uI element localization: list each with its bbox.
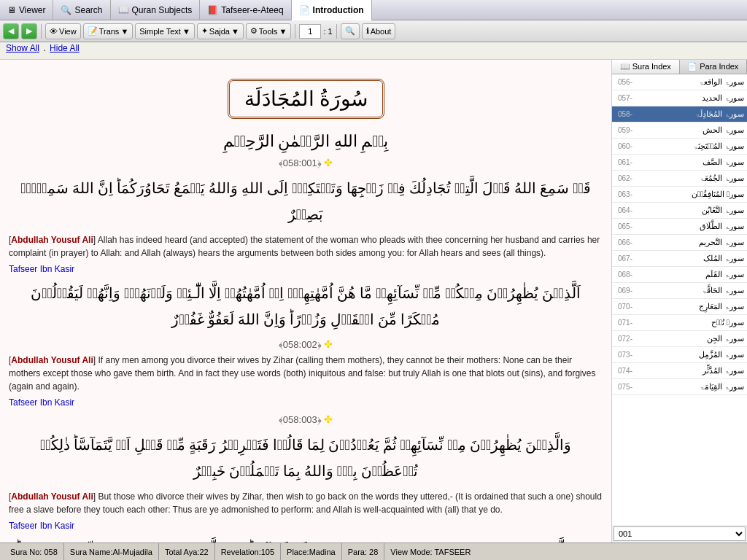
dot-sep: . <box>43 43 45 53</box>
verse-arabic-1: ✤ ﴿058:001﴾ قَدۡ سَمِعَ اللهُ قَوۡلَ الَ… <box>9 157 603 228</box>
status-para: Para: 28 <box>342 543 385 560</box>
verse-block-3: ✤ ﴿058:003﴾ وَالَّذِيۡنَ يُظٰهِرُوۡنَ مِ… <box>9 413 603 531</box>
view-icon: 👁 <box>50 27 58 36</box>
statusbar: Sura No: 058 Sura Name:Al-Mujadila Total… <box>0 542 747 560</box>
verse-arabic-2: اَلَّذِيۡنَ يُظٰهِرُوۡنَ مِنۡكُمۡ مِّنۡ … <box>9 280 603 351</box>
verse-block-2: اَلَّذِيۡنَ يُظٰهِرُوۡنَ مِنۡكُمۡ مِّنۡ … <box>9 280 603 408</box>
verse-arabic-4: فَمَنۡ لَّمۡ يَجِدۡ فَصِيَامُ شَهۡرَيۡنِ… <box>9 537 603 542</box>
star-icon-3: ✤ <box>324 413 333 425</box>
tab-search[interactable]: 🔍 Search <box>53 0 110 20</box>
right-tab-bar: 📖 Sura Index 📄 Para Index <box>612 60 747 74</box>
sura-list-item[interactable]: سورۃ الجُمُعَۃ062- <box>612 171 747 187</box>
about-button[interactable]: ℹ About <box>362 23 396 39</box>
bismillah: بِسۡمِ اللهِ الرَّحۡمٰنِ الرَّحِيۡمِ <box>9 132 603 151</box>
secondary-toolbar: Show All . Hide All <box>0 42 747 60</box>
sura-list-item[interactable]: سورۃ نُوۡح071- <box>612 315 747 331</box>
translation-1: [Abdullah Yousuf Ali] Allah has indeed h… <box>9 233 603 260</box>
translation-2: [Abdullah Yousuf Ali] If any men among y… <box>9 354 603 393</box>
status-sura-no: Sura No: 058 <box>4 543 64 560</box>
sura-list: سورۃ الواقعۃ056-سورۃ الحدید057-سورۃ المُ… <box>612 74 747 525</box>
tab-tafseer-e-ateeq[interactable]: 📕 Tafseer-e-Ateeq <box>200 0 291 20</box>
sura-list-item[interactable]: سورۃ المُجَادِلَۃ058- <box>612 106 747 122</box>
tafseer-link-1[interactable]: Tafseer Ibn Kasir <box>9 264 603 274</box>
sura-list-item[interactable]: سورۃ التَّغَابُن064- <box>612 203 747 219</box>
verse-block-4: فَمَنۡ لَّمۡ يَجِدۡ فَصِيَامُ شَهۡرَيۡنِ… <box>9 537 603 542</box>
para-index-tab[interactable]: 📄 Para Index <box>680 60 748 74</box>
sep1 <box>41 24 42 39</box>
search-button[interactable]: 🔍 <box>341 23 360 39</box>
main-toolbar: ◀ ▶ 👁 View 📝 Trans ▼ Simple Text ▼ ✦ Saj… <box>0 20 747 42</box>
book-icon: 📖 <box>620 62 630 71</box>
forward-button[interactable]: ▶ <box>21 23 37 39</box>
show-all-link[interactable]: Show All <box>6 43 39 53</box>
info-icon: ℹ <box>366 26 369 36</box>
status-total-aya: Total Aya:22 <box>159 543 215 560</box>
sura-index-tab[interactable]: 📖 Sura Index <box>612 60 680 74</box>
sura-list-item[interactable]: سورۃ المُمۡتَحِنَۃ060- <box>612 139 747 155</box>
sura-list-item[interactable]: سورۃ المَعَارِج070- <box>612 299 747 315</box>
quran-icon: 📖 <box>118 5 129 15</box>
tools-icon: ⚙ <box>250 26 258 36</box>
star-icon-2: ✤ <box>324 338 333 350</box>
simple-text-arrow: ▼ <box>182 27 190 36</box>
surah-title: سُورَةُ المُجَادَلَة <box>228 79 384 119</box>
star-icon-1: ✤ <box>324 157 333 168</box>
status-view-mode: View Mode: TAFSEER <box>384 543 476 560</box>
tab-introduction[interactable]: 📄 Introduction <box>292 0 372 20</box>
tab-viewer[interactable]: 🖥 Viewer <box>0 0 53 20</box>
sura-list-item[interactable]: سورۃ الحش059- <box>612 122 747 139</box>
viewer-icon: 🖥 <box>7 5 16 15</box>
sura-list-item[interactable]: سورۃ الواقعۃ056- <box>612 74 747 90</box>
search-tab-icon: 🔍 <box>61 5 71 15</box>
sura-list-item[interactable]: سورۃ التَّحریم066- <box>612 235 747 251</box>
back-button[interactable]: ◀ <box>3 23 19 39</box>
sura-list-item[interactable]: سورۃ الجِن072- <box>612 331 747 347</box>
sura-list-item[interactable]: سورۃ المُلک067- <box>612 251 747 267</box>
tafseer-icon: 📕 <box>207 5 218 15</box>
translation-3: [Abdullah Yousuf Ali] But those who divo… <box>9 490 603 516</box>
sep3 <box>336 24 337 39</box>
page-sep: : 1 <box>323 27 332 36</box>
sura-list-item[interactable]: سورۃ المُنَافِقُوۡن063- <box>612 187 747 203</box>
trans-arrow: ▼ <box>120 27 128 36</box>
verse-block-1: ✤ ﴿058:001﴾ قَدۡ سَمِعَ اللهُ قَوۡلَ الَ… <box>9 157 603 274</box>
sura-list-item[interactable]: سورۃ الحدید057- <box>612 90 747 106</box>
show-hide-bar: Show All . Hide All <box>6 43 80 53</box>
sajda-icon: ✦ <box>201 26 208 36</box>
simple-text-button[interactable]: Simple Text ▼ <box>135 23 195 39</box>
trans-button[interactable]: 📝 Trans ▼ <box>83 23 133 39</box>
verse-arabic-3: ✤ ﴿058:003﴾ وَالَّذِيۡنَ يُظٰهِرُوۡنَ مِ… <box>9 413 603 484</box>
intro-icon: 📄 <box>299 5 310 15</box>
tools-arrow: ▼ <box>279 27 287 36</box>
sajda-arrow: ▼ <box>231 27 239 36</box>
sura-list-item[interactable]: سورۃ الطَّلَاق065- <box>612 219 747 235</box>
right-panel: 📖 Sura Index 📄 Para Index سورۃ الواقعۃ05… <box>612 60 747 542</box>
sura-list-item[interactable]: سورۃ القِیَامَۃ075- <box>612 379 747 395</box>
sep2 <box>295 24 295 39</box>
status-revelation: Revelation:105 <box>215 543 281 560</box>
sura-list-item[interactable]: سورۃ القَلَم068- <box>612 267 747 283</box>
view-button[interactable]: 👁 View <box>45 23 81 39</box>
tafseer-link-2[interactable]: Tafseer Ibn Kasir <box>9 397 603 408</box>
main-area: سُورَةُ المُجَادَلَة بِسۡمِ اللهِ الرَّح… <box>0 60 747 542</box>
trans-icon: 📝 <box>88 26 98 36</box>
page-input[interactable] <box>299 24 321 39</box>
hide-all-link[interactable]: Hide All <box>50 43 80 53</box>
tafseer-link-3[interactable]: Tafseer Ibn Kasir <box>9 521 603 531</box>
status-sura-name: Sura Name:Al-Mujadila <box>64 543 159 560</box>
sura-list-item[interactable]: سورۃ الصَّف061- <box>612 155 747 171</box>
sura-list-item[interactable]: سورۃ المُدَّثِّر074- <box>612 363 747 379</box>
content-area: سُورَةُ المُجَادَلَة بِسۡمِ اللهِ الرَّح… <box>0 60 612 542</box>
sura-list-item[interactable]: سورۃ الحَاقَّۃ069- <box>612 283 747 299</box>
sura-list-item[interactable]: سورۃ المُزَّمِل073- <box>612 347 747 363</box>
para-icon: 📄 <box>687 62 697 71</box>
titlebar: 🖥 Viewer 🔍 Search 📖 Quran Subjects 📕 Taf… <box>0 0 747 20</box>
para-select[interactable]: 001 <box>614 526 746 541</box>
status-place: Place:Madina <box>281 543 342 560</box>
surah-title-container: سُورَةُ المُجَادَلَة <box>9 71 603 126</box>
tab-quran-subjects[interactable]: 📖 Quran Subjects <box>111 0 201 20</box>
sajda-button[interactable]: ✦ Sajda ▼ <box>197 23 244 39</box>
tools-button[interactable]: ⚙ Tools ▼ <box>246 23 292 39</box>
search-icon: 🔍 <box>345 26 355 36</box>
